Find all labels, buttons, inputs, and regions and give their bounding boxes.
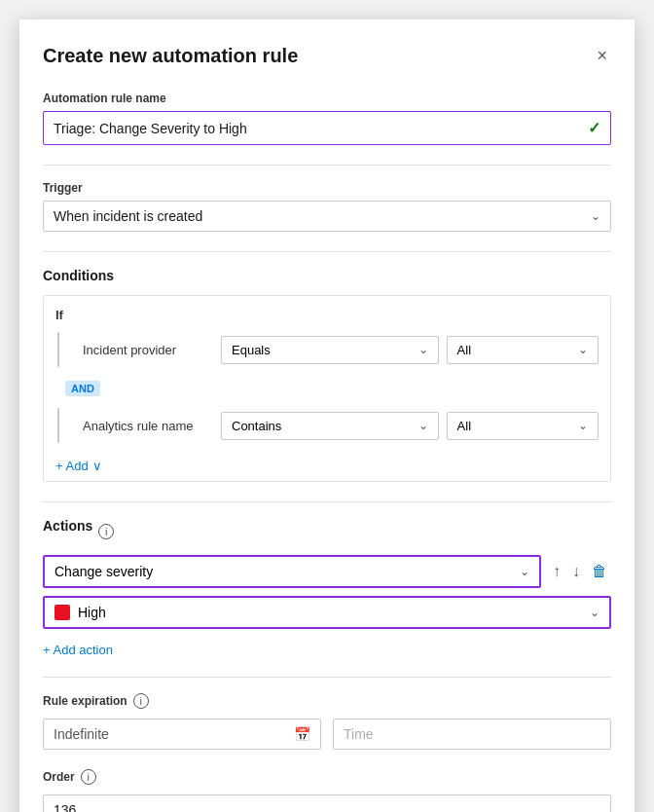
modal-header: Create new automation rule × [43,43,611,68]
trigger-select[interactable]: When incident is created ⌄ [43,201,611,232]
order-label: Order [43,770,75,784]
severity-wrapper: High ⌄ [43,596,611,629]
conditions-block: If Incident provider Equals ⌄ All ⌄ [43,295,611,482]
if-label: If [55,308,599,322]
order-header: Order i [43,769,611,785]
conditions-title: Conditions [43,268,611,283]
condition-value-1-chevron: ⌄ [578,343,588,356]
condition-row-2: Analytics rule name Contains ⌄ All ⌄ [55,408,599,443]
condition-value-2-chevron: ⌄ [578,419,588,432]
severity-left: High [54,605,106,620]
calendar-icon: 📅 [294,726,310,742]
condition-operator-1-chevron: ⌄ [418,343,428,356]
and-badge: AND [65,381,100,396]
action-value: Change severity [54,564,153,579]
condition-value-1[interactable]: All ⌄ [447,336,599,364]
action-select[interactable]: Change severity ⌄ [43,555,541,588]
divider-1 [43,165,611,166]
condition-value-1-text: All [457,343,471,357]
severity-select[interactable]: High ⌄ [43,596,611,629]
and-badge-container: AND [55,377,599,402]
actions-section: Actions i Change severity ⌄ ↑ ↓ 🗑 High [43,518,611,657]
expiration-date-input[interactable]: Indefinite 📅 [43,719,321,750]
expiration-date-value: Indefinite [54,726,109,742]
add-condition-chevron-icon: ∨ [92,459,102,473]
modal-title: Create new automation rule [43,45,298,67]
condition-line-2 [57,408,59,443]
rule-name-section: Automation rule name ✓ [43,92,611,145]
rule-name-input[interactable] [54,121,588,136]
divider-4 [43,677,611,678]
actions-title: Actions [43,518,92,534]
order-info-icon[interactable]: i [81,769,96,785]
close-button[interactable]: × [593,43,611,68]
trigger-label: Trigger [43,181,611,195]
severity-icon [54,605,70,620]
expiration-time-placeholder: Time [344,726,374,742]
condition-selects-2: Contains ⌄ All ⌄ [221,412,599,440]
check-icon: ✓ [588,119,600,137]
condition-row-1: Incident provider Equals ⌄ All ⌄ [55,332,599,367]
order-section: Order i [43,769,611,812]
actions-header: Actions i [43,518,611,545]
add-condition-link[interactable]: + Add ∨ [55,459,102,473]
condition-selects-1: Equals ⌄ All ⌄ [221,336,599,364]
severity-value: High [78,605,106,620]
condition-operator-1[interactable]: Equals ⌄ [221,336,439,364]
expiration-inputs: Indefinite 📅 Time [43,719,611,750]
add-action-label: + Add action [43,643,113,657]
condition-operator-2[interactable]: Contains ⌄ [221,412,439,440]
conditions-section: Conditions If Incident provider Equals ⌄… [43,268,611,482]
expiration-section: Rule expiration i Indefinite 📅 Time [43,693,611,750]
condition-line-1 [57,332,59,367]
condition-operator-1-value: Equals [232,343,271,357]
action-row-1: Change severity ⌄ ↑ ↓ 🗑 [43,555,611,588]
add-action-link[interactable]: + Add action [43,643,113,657]
condition-operator-2-value: Contains [232,419,281,433]
expiration-label: Rule expiration [43,694,127,708]
expiration-info-icon[interactable]: i [133,693,149,709]
expiration-header: Rule expiration i [43,693,611,709]
rule-name-label: Automation rule name [43,92,611,105]
trigger-chevron-icon: ⌄ [591,209,600,223]
order-input[interactable] [43,794,611,812]
action-icons: ↑ ↓ 🗑 [549,559,611,584]
severity-chevron-icon: ⌄ [590,606,600,619]
condition-operator-2-chevron: ⌄ [418,419,428,432]
move-down-button[interactable]: ↓ [568,559,584,584]
modal-container: Create new automation rule × Automation … [19,19,635,812]
condition-value-2[interactable]: All ⌄ [447,412,599,440]
divider-2 [43,251,611,252]
expiration-time-input[interactable]: Time [333,719,611,750]
expiration-row: Indefinite 📅 Time [43,719,611,750]
actions-info-icon[interactable]: i [98,524,114,539]
condition-name-1: Incident provider [75,343,211,357]
delete-action-button[interactable]: 🗑 [588,559,611,584]
add-condition-label: + Add [55,459,89,473]
divider-3 [43,501,611,502]
order-input-wrapper [43,794,611,812]
move-up-button[interactable]: ↑ [549,559,564,584]
rule-name-input-wrapper[interactable]: ✓ [43,111,611,145]
condition-value-2-text: All [457,419,471,433]
action-chevron-icon: ⌄ [520,565,529,578]
condition-name-2: Analytics rule name [75,419,211,433]
trigger-section: Trigger When incident is created ⌄ [43,181,611,232]
trigger-value: When incident is created [54,208,202,224]
